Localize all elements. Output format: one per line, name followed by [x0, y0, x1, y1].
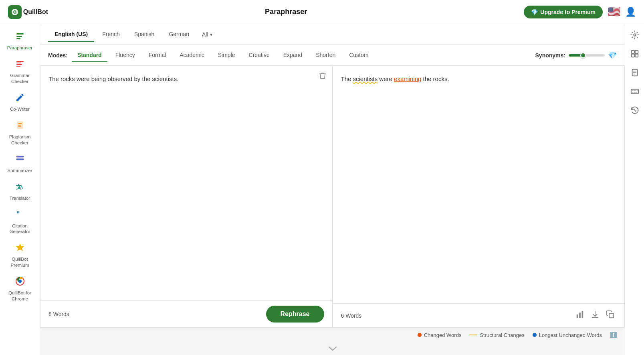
legend-bar: Changed Words Structural Changes Longest…: [40, 328, 625, 342]
sidebar-item-grammar[interactable]: Grammar Checker: [2, 56, 38, 88]
editor-area: The rocks were being observed by the sci…: [40, 66, 625, 328]
svg-rect-14: [582, 311, 583, 318]
user-icon[interactable]: 👤: [625, 7, 636, 17]
sidebar-item-paraphraser[interactable]: Paraphraser: [2, 28, 38, 54]
right-doc-icon[interactable]: [630, 68, 639, 79]
logo-svg: [11, 8, 19, 16]
output-connector: were: [378, 75, 394, 82]
mode-academic[interactable]: Academic: [174, 49, 210, 62]
mode-expand[interactable]: Expand: [278, 49, 308, 62]
input-word-count: 8 Words: [48, 311, 69, 317]
page-title: Paraphraser: [265, 8, 307, 16]
svg-rect-13: [579, 312, 581, 318]
modes-label: Modes:: [48, 52, 68, 59]
svg-text:": ": [16, 210, 20, 218]
mode-formal[interactable]: Formal: [143, 49, 172, 62]
topbar-right: 💎 Upgrade to Premium 🇺🇸 👤: [524, 6, 636, 18]
lang-tab-english[interactable]: English (US): [48, 27, 94, 42]
synonyms-slider[interactable]: [569, 54, 605, 57]
sidebar-item-plagiarism-label: Plagiarism Checker: [5, 134, 35, 146]
cowriter-icon: [15, 93, 25, 105]
lang-tab-french[interactable]: French: [96, 27, 126, 42]
output-pane: The scientists were examining the rocks.…: [333, 66, 625, 328]
modes-bar: Modes: Standard Fluency Formal Academic …: [40, 45, 625, 66]
sidebar-item-cowriter[interactable]: Co-Writer: [2, 89, 38, 116]
legend-unchanged-label: Longest Unchanged Words: [539, 332, 602, 338]
download-icon[interactable]: [589, 308, 601, 323]
svg-rect-12: [577, 314, 578, 318]
slider-thumb: [580, 53, 586, 58]
chevron-down-scroll-icon: [328, 345, 337, 352]
mode-shorten[interactable]: Shorten: [310, 49, 341, 62]
lang-tab-spanish[interactable]: Spanish: [128, 27, 161, 42]
svg-rect-2: [16, 36, 22, 37]
sidebar-item-citation-label: Citation Generator: [5, 223, 35, 235]
paraphraser-icon: [15, 31, 25, 43]
all-languages-dropdown[interactable]: All ▾: [197, 28, 217, 41]
svg-rect-19: [631, 54, 634, 57]
scroll-indicator[interactable]: [40, 342, 625, 355]
sidebar-item-citation[interactable]: " Citation Generator: [2, 206, 38, 238]
sidebar-item-translator-label: Translator: [10, 195, 30, 201]
chart-icon[interactable]: [574, 308, 586, 323]
right-settings-icon[interactable]: [630, 30, 639, 41]
svg-marker-8: [16, 243, 24, 251]
mode-creative[interactable]: Creative: [243, 49, 275, 62]
svg-rect-22: [631, 89, 638, 94]
right-history-icon[interactable]: [630, 106, 639, 117]
output-footer: 6 Words: [333, 303, 625, 327]
output-word-scientists: scientists: [353, 75, 378, 82]
legend-structural-label: Structural Changes: [480, 332, 524, 338]
legend-changed-label: Changed Words: [424, 332, 462, 338]
legend-unchanged: Longest Unchanged Words: [533, 332, 602, 338]
sidebar-item-cowriter-label: Co-Writer: [10, 106, 30, 112]
logo-area: QuillBot: [8, 5, 48, 19]
input-content[interactable]: The rocks were being observed by the sci…: [40, 66, 332, 300]
svg-point-16: [634, 34, 636, 36]
legend-structural: Structural Changes: [469, 332, 524, 338]
rephrase-button[interactable]: Rephrase: [266, 306, 324, 323]
logo-box: [8, 5, 22, 19]
right-keyboard-icon[interactable]: [630, 87, 639, 98]
input-pane: The rocks were being observed by the sci…: [40, 66, 333, 328]
svg-rect-15: [609, 313, 614, 318]
grammar-icon: [15, 59, 25, 71]
citation-icon: ": [15, 209, 25, 221]
svg-rect-17: [631, 51, 634, 53]
premium-icon: [15, 243, 25, 255]
topbar: QuillBot Paraphraser 💎 Upgrade to Premiu…: [0, 0, 644, 24]
sidebar-item-premium-label: QuillBot Premium: [5, 256, 35, 268]
sidebar-item-summarizer[interactable]: Summarizer: [2, 151, 38, 177]
synonyms-area: Synonyms: 💎: [535, 51, 617, 60]
main-content: English (US) French Spanish German All ▾…: [40, 24, 625, 355]
copy-icon[interactable]: [604, 308, 616, 323]
sidebar-item-chrome[interactable]: QuillBot for Chrome: [2, 273, 38, 305]
delete-button[interactable]: [319, 72, 327, 83]
output-text: The scientists were examining the rocks.: [341, 75, 449, 82]
legend-structural-line: [469, 335, 477, 335]
summarizer-icon: [15, 154, 25, 166]
sidebar-item-plagiarism[interactable]: Plagiarism Checker: [2, 117, 38, 149]
svg-point-11: [12, 9, 18, 15]
chevron-down-icon: ▾: [210, 32, 212, 37]
plagiarism-icon: [15, 120, 25, 132]
topbar-center: Paraphraser: [48, 8, 524, 16]
mode-custom[interactable]: Custom: [343, 49, 374, 62]
mode-standard[interactable]: Standard: [72, 49, 107, 62]
flag-icon[interactable]: 🇺🇸: [608, 6, 620, 18]
legend-changed: Changed Words: [418, 332, 462, 338]
right-layout-icon[interactable]: [630, 49, 639, 60]
lang-tab-german[interactable]: German: [162, 27, 196, 42]
synonyms-label: Synonyms:: [535, 52, 565, 59]
mode-simple[interactable]: Simple: [212, 49, 241, 62]
upgrade-button[interactable]: 💎 Upgrade to Premium: [524, 6, 603, 18]
output-prefix: The: [341, 75, 353, 82]
info-icon[interactable]: ℹ️: [610, 332, 617, 338]
svg-rect-3: [16, 38, 20, 39]
output-actions: [574, 308, 616, 323]
sidebar-item-translator[interactable]: 文A Translator: [2, 179, 38, 205]
mode-fluency[interactable]: Fluency: [110, 49, 141, 62]
input-text: The rocks were being observed by the sci…: [48, 75, 178, 82]
upgrade-diamond-icon: 💎: [531, 9, 538, 15]
sidebar-item-premium[interactable]: QuillBot Premium: [2, 239, 38, 272]
